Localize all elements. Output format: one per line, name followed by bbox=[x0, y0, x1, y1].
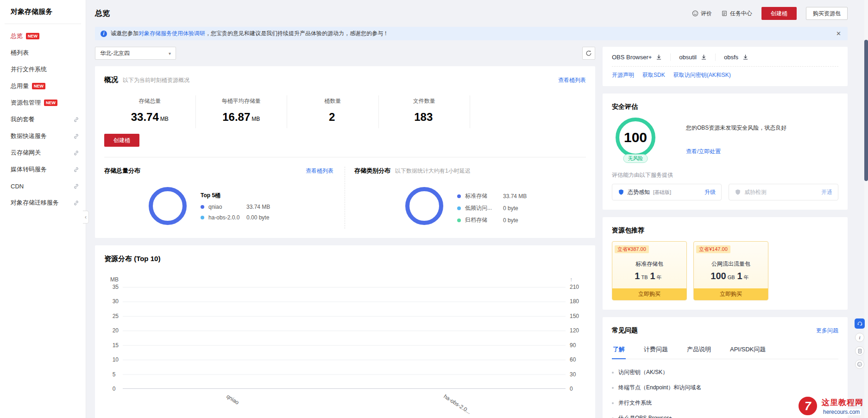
banner-text: 诚邀您参加对象存储服务使用体验调研，您宝贵的意见和建议是我们持续提升产品体验的源… bbox=[111, 30, 389, 37]
external-link-icon bbox=[73, 150, 79, 156]
sidebar-item-bucket-list[interactable]: 桶列表 bbox=[0, 44, 86, 61]
create-bucket-button[interactable]: 创建桶 bbox=[761, 7, 797, 20]
faq-tabs: 了解 计费问题 产品说明 API/SDK问题 bbox=[612, 341, 838, 359]
sidebar-item-label: 总览 bbox=[11, 32, 23, 40]
get-sdk-link[interactable]: 获取SDK bbox=[642, 71, 665, 79]
stat-label: 每桶平均存储量 bbox=[196, 97, 287, 105]
sidebar-item-cdn[interactable]: CDN bbox=[0, 178, 86, 194]
left-column: 华北-北京四 ▾ 概况 以下为当前时刻桶资源概况 查看桶列表 bbox=[95, 47, 595, 418]
tick-label: 60 bbox=[570, 356, 579, 363]
get-ak-sk-link[interactable]: 获取访问密钥(AK和SK) bbox=[673, 71, 731, 79]
tab-learn[interactable]: 了解 bbox=[612, 341, 626, 359]
stat-avg-storage: 每桶平均存储量 16.87MB bbox=[196, 95, 288, 128]
region-selector[interactable]: 华北-北京四 ▾ bbox=[95, 47, 176, 60]
sidebar-item-total-usage[interactable]: 总用量 NEW bbox=[0, 78, 86, 94]
tick-label: 150 bbox=[570, 313, 579, 319]
faq-item-endpoint[interactable]: 终端节点（Endpoint）和访问域名 bbox=[612, 380, 838, 395]
tick-label: 5 bbox=[113, 371, 119, 378]
refresh-button[interactable] bbox=[582, 47, 595, 60]
tab-product[interactable]: 产品说明 bbox=[686, 341, 712, 359]
open-source-link[interactable]: 开源声明 bbox=[612, 71, 634, 79]
chart-title: 资源分布 (Top 10) bbox=[104, 255, 160, 263]
download-icon[interactable] bbox=[742, 54, 748, 60]
sidebar-item-label: 我的套餐 bbox=[11, 115, 35, 124]
tick-label: 90 bbox=[570, 342, 579, 349]
new-badge: NEW bbox=[44, 100, 57, 106]
package-size-unit: GB bbox=[728, 275, 735, 280]
tab-billing[interactable]: 计费问题 bbox=[643, 341, 669, 359]
tick-label: 0 bbox=[570, 386, 579, 392]
page-header: 总览 评价 任务中心 创建桶 购买资源包 bbox=[95, 0, 848, 27]
doc-button[interactable] bbox=[855, 346, 864, 356]
tool-obsfs[interactable]: obsfs bbox=[724, 54, 757, 61]
legend-value: 0 byte bbox=[503, 217, 518, 224]
feedback-label: 评价 bbox=[701, 10, 712, 18]
buy-now-button[interactable]: 立即购买 bbox=[612, 288, 686, 300]
promo-standard-storage: 立省¥387.00 标准存储包 1TB1年 立即购买 bbox=[612, 241, 687, 300]
upgrade-link[interactable]: 升级 bbox=[704, 188, 716, 196]
new-badge: NEW bbox=[32, 83, 45, 89]
external-link-icon bbox=[73, 133, 79, 139]
sidebar-item-package-mgmt[interactable]: 资源包管理 NEW bbox=[0, 94, 86, 111]
legend-item: 归档存储 0 byte bbox=[457, 216, 527, 224]
info-button[interactable]: i bbox=[855, 333, 864, 342]
tool-obsutil[interactable]: obsutil bbox=[679, 54, 716, 61]
external-link-icon bbox=[73, 183, 79, 189]
axis-arrow-icon: ↑ bbox=[570, 276, 572, 284]
sidebar-item-label: 桶列表 bbox=[11, 49, 29, 57]
scrollbar-thumb[interactable] bbox=[864, 40, 868, 181]
tool-obs-browser[interactable]: OBS Browser+ bbox=[612, 54, 671, 61]
class-donut-chart bbox=[405, 187, 443, 225]
survey-link[interactable]: 对象存储服务使用体验调研 bbox=[138, 30, 205, 37]
tick-label: 120 bbox=[570, 327, 579, 334]
view-handle-link[interactable]: 查看/立即处置 bbox=[686, 148, 721, 156]
buy-package-button[interactable]: 购买资源包 bbox=[806, 7, 848, 20]
view-bucket-list-link-2[interactable]: 查看桶列表 bbox=[306, 167, 333, 175]
info-icon: i bbox=[859, 335, 860, 340]
package-name: 标准存储包 bbox=[612, 260, 686, 268]
more-questions-link[interactable]: 更多问题 bbox=[816, 327, 838, 335]
shield-icon bbox=[618, 189, 624, 195]
packages-title: 资源包推荐 bbox=[612, 226, 644, 235]
storage-donut-legend: Top 5桶 qniao 33.74 MB ha-obs-2.0.0 bbox=[201, 192, 270, 221]
download-icon[interactable] bbox=[656, 54, 662, 60]
sidebar-item-my-plan[interactable]: 我的套餐 bbox=[0, 111, 86, 128]
assistant-button[interactable] bbox=[855, 318, 865, 329]
buy-now-button[interactable]: 立即购买 bbox=[694, 288, 768, 300]
enable-link[interactable]: 开通 bbox=[821, 188, 832, 196]
tick-label: 180 bbox=[570, 298, 579, 305]
legend-item: ha-obs-2.0.0 0.00 byte bbox=[201, 214, 270, 221]
promo-outbound-traffic: 立省¥147.00 公网流出流量包 100GB1年 立即购买 bbox=[693, 241, 768, 300]
task-center-button[interactable]: 任务中心 bbox=[721, 10, 752, 18]
watermark-site: herecours.com bbox=[822, 409, 861, 415]
view-bucket-list-link[interactable]: 查看桶列表 bbox=[558, 76, 586, 84]
package-duration: 1 bbox=[737, 271, 742, 281]
chevron-down-icon: ▾ bbox=[169, 51, 171, 56]
security-status-text: 您的OBS资源未发现安全风险，状态良好 bbox=[686, 124, 786, 132]
sidebar-item-overview[interactable]: 总览 NEW bbox=[0, 28, 86, 44]
sidebar-item-migration[interactable]: 对象存储迁移服务 bbox=[0, 194, 86, 211]
sidebar-item-storage-gateway[interactable]: 云存储网关 bbox=[0, 144, 86, 161]
page-title: 总览 bbox=[95, 9, 110, 19]
download-icon[interactable] bbox=[701, 54, 707, 60]
package-size-unit: TB bbox=[641, 275, 648, 280]
sidebar-item-data-express[interactable]: 数据快递服务 bbox=[0, 128, 86, 144]
legend-dot bbox=[457, 218, 461, 222]
collapse-chevron-icon: ‹ bbox=[85, 214, 87, 220]
legend-title: Top 5桶 bbox=[201, 192, 270, 200]
legend-item: 标准存储 33.74 MB bbox=[457, 192, 527, 200]
sidebar-collapse-button[interactable]: ‹ bbox=[83, 211, 89, 224]
sidebar-item-media-transcode[interactable]: 媒体转码服务 bbox=[0, 161, 86, 178]
feedback-smiley-button[interactable] bbox=[855, 360, 864, 369]
sidebar-item-label: CDN bbox=[11, 183, 24, 190]
create-bucket-button-secondary[interactable]: 创建桶 bbox=[104, 134, 139, 147]
feedback-button[interactable]: 评价 bbox=[692, 10, 712, 18]
close-icon[interactable]: ✕ bbox=[835, 30, 842, 37]
legend-name: 归档存储 bbox=[465, 216, 503, 224]
sidebar-item-parallel-fs[interactable]: 并行文件系统 bbox=[0, 61, 86, 78]
sidebar: 对象存储服务 总览 NEW 桶列表 并行文件系统 总用量 NEW 资源包管理 N… bbox=[0, 0, 86, 418]
sidebar-item-label: 云存储网关 bbox=[11, 149, 41, 157]
tab-api-sdk[interactable]: API/SDK问题 bbox=[729, 341, 767, 359]
faq-item-ak-sk[interactable]: 访问密钥（AK/SK） bbox=[612, 365, 838, 380]
right-axis: ↑ 210 180 150 120 90 60 30 0 bbox=[566, 276, 586, 392]
